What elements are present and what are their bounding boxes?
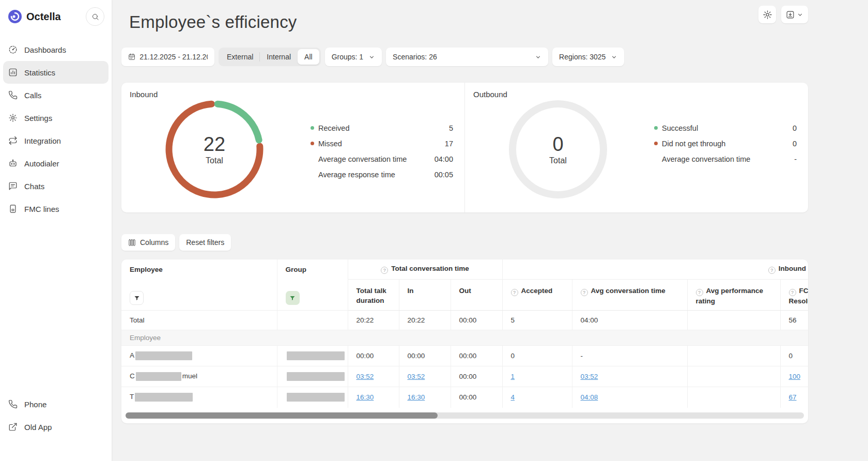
sidebar-item-settings[interactable]: Settings <box>0 106 112 129</box>
column-label: Avg performance rating <box>696 287 764 305</box>
column-label: Total talk duration <box>357 287 386 305</box>
talk-cell: 03:52 <box>348 366 399 387</box>
help-icon[interactable]: ? <box>581 289 588 296</box>
sidebar-item-fmc-lines[interactable]: FMC lines <box>0 197 112 220</box>
chat-bubble-icon <box>8 181 18 191</box>
sidebar-nav: Dashboards Statistics Calls Settings <box>0 38 112 220</box>
in-cell: 16:30 <box>399 387 451 408</box>
legend-value: 0 <box>793 140 797 148</box>
group-filter-button-active[interactable] <box>286 291 300 305</box>
name-suffix: muel <box>182 372 197 380</box>
talk-link[interactable]: 16:30 <box>357 393 374 401</box>
legend-row: Average conversation time - <box>654 151 797 167</box>
regions-dropdown[interactable]: Regions: 3025 <box>552 48 624 66</box>
inbound-legend: Received 5 Missed 17 Average conversatio… <box>311 120 453 182</box>
phone-icon <box>8 90 18 100</box>
column-label: Employee <box>130 266 269 273</box>
fc-link[interactable]: 100 <box>789 373 801 380</box>
accepted-link[interactable]: 1 <box>511 373 515 380</box>
help-icon[interactable]: ? <box>696 289 703 296</box>
sidebar-item-label: Chats <box>24 182 44 191</box>
section-label: Employee <box>121 330 808 346</box>
groups-value: Groups: 1 <box>332 53 363 61</box>
chevron-down-icon <box>611 54 617 60</box>
sidebar-item-statistics[interactable]: Statistics <box>3 61 109 84</box>
in-link[interactable]: 03:52 <box>408 373 425 380</box>
talk-link[interactable]: 03:52 <box>357 373 374 380</box>
legend-value: - <box>794 155 797 163</box>
segment-internal[interactable]: Internal <box>260 49 298 65</box>
legend-value: 00:05 <box>435 171 453 179</box>
group-header-inbound: ?Inbound <box>502 259 808 279</box>
column-header-employee: Employee <box>121 259 277 311</box>
talk-cell: 16:30 <box>348 387 399 408</box>
scrollbar-track[interactable] <box>126 412 804 419</box>
avg-conv-link[interactable]: 03:52 <box>581 373 598 380</box>
total-fc-cell: 56 <box>780 311 808 330</box>
name-prefix: T <box>130 393 134 401</box>
talk-cell: 00:00 <box>348 346 399 366</box>
inbound-card: Inbound 22 Total <box>121 83 464 212</box>
sidebar-item-calls[interactable]: Calls <box>0 84 112 106</box>
column-label: Group <box>286 266 339 273</box>
sidebar-item-chats[interactable]: Chats <box>0 175 112 197</box>
reset-filters-label: Reset filters <box>186 238 224 247</box>
main-area: Employee`s efficiency <box>112 0 868 461</box>
search-button[interactable] <box>86 7 104 26</box>
columns-icon <box>128 239 136 247</box>
report-settings-button[interactable] <box>758 6 776 23</box>
gear-icon <box>8 113 18 122</box>
legend-label: Missed <box>318 140 342 148</box>
redacted-group <box>287 351 345 360</box>
help-icon[interactable]: ? <box>768 267 776 274</box>
segment-all[interactable]: All <box>298 49 319 65</box>
funnel-icon <box>134 295 140 301</box>
sidebar-item-phone[interactable]: Phone <box>0 393 112 416</box>
scenarios-dropdown[interactable]: Scenarios: 26 <box>386 48 548 66</box>
sidebar-item-label: FMC lines <box>24 205 59 213</box>
repeat-icon <box>8 136 18 145</box>
avg-conv-cell: 04:08 <box>572 387 687 408</box>
total-accepted-cell: 5 <box>502 311 572 330</box>
date-range-picker[interactable]: 21.12.2025 - 21.12.20... <box>121 48 214 66</box>
chevron-down-icon <box>797 11 803 18</box>
help-icon[interactable]: ? <box>511 289 518 296</box>
fc-link[interactable]: 67 <box>789 393 797 401</box>
employee-name-cell: Cmuel <box>121 366 277 387</box>
phone-icon <box>8 399 18 409</box>
accepted-link[interactable]: 4 <box>511 393 515 401</box>
funnel-icon <box>289 295 296 301</box>
sidebar-item-old-app[interactable]: Old App <box>0 416 112 438</box>
column-header-out: Out <box>451 279 502 310</box>
help-icon[interactable]: ? <box>381 267 388 274</box>
segment-label: All <box>304 53 313 61</box>
scrollbar-thumb[interactable] <box>126 412 438 419</box>
avg-perf-cell <box>687 366 780 387</box>
legend-row: Average response time 00:05 <box>311 167 453 182</box>
reset-filters-button[interactable]: Reset filters <box>179 234 231 251</box>
octella-logo-icon <box>7 9 23 24</box>
column-label: Avg conversation time <box>591 287 665 295</box>
inbound-donut-chart: 22 Total <box>163 98 266 201</box>
employee-filter-button[interactable] <box>130 291 144 305</box>
sidebar-item-autodialer[interactable]: Autodialer <box>0 152 112 175</box>
help-icon[interactable]: ? <box>789 289 796 296</box>
sidebar-item-dashboards[interactable]: Dashboards <box>0 38 112 61</box>
columns-button[interactable]: Columns <box>121 234 175 251</box>
sidebar-item-integration[interactable]: Integration <box>0 129 112 152</box>
avg-conv-link[interactable]: 04:08 <box>581 393 598 401</box>
gear-icon <box>763 10 772 20</box>
app-name: Octella <box>26 11 86 23</box>
total-out-cell: 00:00 <box>451 311 502 330</box>
in-link[interactable]: 16:30 <box>408 393 425 401</box>
segment-external[interactable]: External <box>220 49 260 65</box>
inbound-total: 22 <box>204 133 225 156</box>
groups-dropdown[interactable]: Groups: 1 <box>325 48 382 66</box>
redacted-name <box>135 393 193 402</box>
table-section-row: Employee <box>121 330 808 346</box>
name-prefix: A <box>130 351 134 359</box>
outbound-total: 0 <box>552 133 563 156</box>
download-button[interactable] <box>781 6 808 23</box>
in-cell: 00:00 <box>399 346 451 366</box>
redacted-group <box>287 372 345 381</box>
